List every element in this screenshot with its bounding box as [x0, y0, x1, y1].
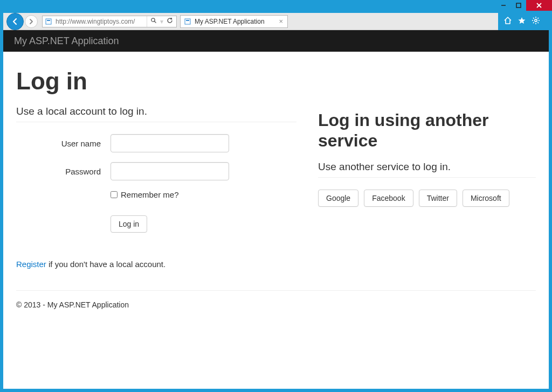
svg-point-6 [151, 18, 155, 22]
provider-facebook-button[interactable]: Facebook [364, 190, 413, 207]
home-icon[interactable] [503, 16, 512, 27]
password-label: Password [16, 167, 111, 176]
separator: ▾ [160, 18, 163, 25]
svg-rect-9 [186, 20, 189, 21]
search-icon[interactable] [150, 17, 157, 25]
window-titlebar [0, 0, 552, 13]
username-input[interactable] [111, 134, 229, 152]
refresh-icon[interactable] [167, 17, 173, 25]
login-button[interactable]: Log in [111, 215, 147, 233]
username-label: User name [16, 139, 111, 148]
address-tools: ▾ [147, 16, 176, 27]
divider [16, 122, 296, 122]
favorites-icon[interactable] [518, 16, 526, 27]
password-input[interactable] [111, 162, 229, 180]
page-title: Log in [16, 68, 536, 95]
back-button[interactable] [6, 13, 24, 30]
forward-button[interactable] [25, 15, 38, 28]
register-line: Register if you don't have a local accou… [16, 260, 296, 269]
svg-point-10 [535, 19, 537, 21]
remember-label[interactable]: Remember me? [121, 190, 179, 199]
tab-title: My ASP.NET Application [195, 18, 278, 25]
svg-line-17 [533, 22, 534, 23]
provider-google-button[interactable]: Google [318, 190, 358, 207]
provider-twitter-button[interactable]: Twitter [419, 190, 457, 207]
external-login-sub: Use another service to log in. [318, 161, 536, 173]
external-login-title: Log in using another service [318, 110, 536, 151]
window-maximize-button[interactable] [511, 0, 526, 11]
svg-line-15 [533, 18, 534, 19]
window-close-button[interactable] [526, 0, 552, 11]
register-text: if you don't have a local account. [46, 260, 165, 269]
address-bar[interactable]: http://www.wingtiptoys.com/ ▾ [42, 16, 177, 27]
svg-rect-4 [46, 19, 51, 24]
navbar: My ASP.NET Application [3, 30, 549, 52]
page-content: My ASP.NET Application Log in Use a loca… [3, 30, 549, 389]
svg-line-7 [155, 22, 156, 23]
local-login-heading: Use a local account to log in. [16, 106, 296, 117]
browser-tab[interactable]: My ASP.NET Application × [180, 15, 288, 28]
browser-right-icons [503, 16, 543, 27]
gear-icon[interactable] [532, 16, 540, 27]
remember-checkbox[interactable] [111, 191, 118, 198]
provider-microsoft-button[interactable]: Microsoft [463, 190, 509, 207]
site-favicon-icon [44, 17, 53, 26]
svg-line-18 [537, 18, 539, 19]
tab-favicon-icon [184, 18, 191, 25]
tab-close-icon[interactable]: × [278, 17, 284, 25]
address-url: http://www.wingtiptoys.com/ [53, 18, 147, 25]
svg-rect-1 [516, 3, 521, 8]
window-minimize-button[interactable] [496, 0, 511, 11]
svg-rect-5 [47, 20, 50, 21]
register-link[interactable]: Register [16, 260, 46, 269]
svg-line-16 [537, 22, 539, 23]
svg-rect-8 [185, 19, 190, 24]
divider [318, 177, 536, 178]
footer: © 2013 - My ASP.NET Application [16, 290, 536, 309]
footer-text: © 2013 - My ASP.NET Application [16, 300, 129, 309]
navbar-brand[interactable]: My ASP.NET Application [14, 36, 119, 47]
